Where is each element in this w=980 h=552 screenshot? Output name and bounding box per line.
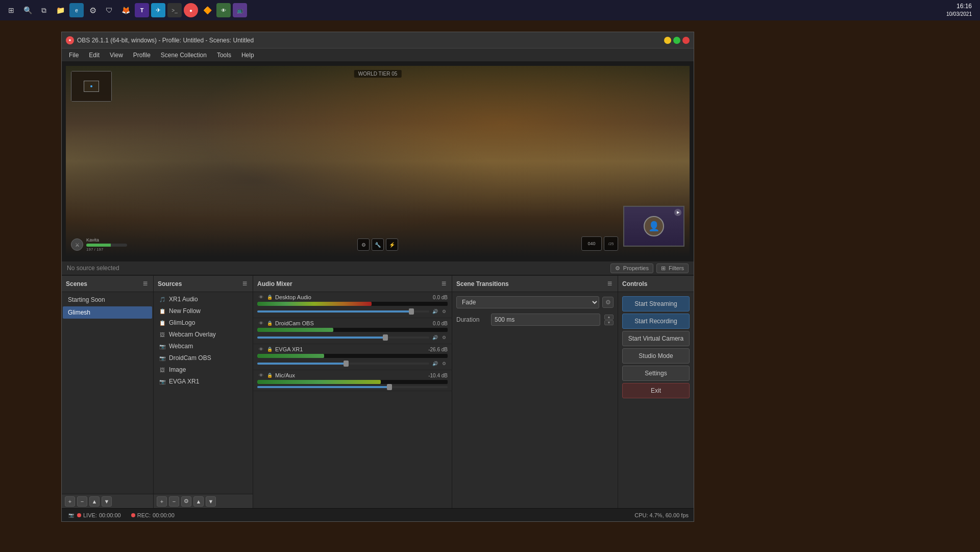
controls-panel: Controls Start Streaming Start Recording… <box>618 276 694 508</box>
menu-help[interactable]: Help <box>236 50 259 60</box>
menu-edit[interactable]: Edit <box>84 50 105 60</box>
task-view-icon[interactable]: ⧉ <box>37 3 51 17</box>
start-streaming-button[interactable]: Start Streaming <box>622 296 690 311</box>
move-scene-up-button[interactable]: ▲ <box>89 496 100 507</box>
menu-file[interactable]: File <box>64 50 84 60</box>
droidcam-slider[interactable] <box>383 334 388 341</box>
droidcam-settings-icon[interactable]: ⚙ <box>440 334 448 341</box>
start-icon[interactable]: ⊞ <box>4 3 18 17</box>
close-button[interactable]: ✕ <box>682 37 690 44</box>
audio-mixer-menu-icon[interactable]: ☰ <box>439 280 448 288</box>
app1-icon[interactable]: 👁 <box>216 3 231 17</box>
remove-scene-button[interactable]: − <box>77 496 87 507</box>
source-item-xr1-audio[interactable]: 🎵 XR1 Audio <box>155 294 252 305</box>
evga-lock-icon[interactable]: 🔒 <box>266 346 273 353</box>
camera-source-icon: 📷 <box>159 354 166 362</box>
droidcam-visibility-icon[interactable]: 👁 <box>257 320 264 327</box>
telegram-icon[interactable]: ✈ <box>151 3 165 17</box>
browser-source-icon: 📋 <box>159 307 166 315</box>
duration-down-button[interactable]: ▼ <box>604 320 614 325</box>
scenes-menu-icon[interactable]: ☰ <box>141 280 149 288</box>
move-source-up-button[interactable]: ▲ <box>193 496 204 507</box>
menu-bar: File Edit View Profile Scene Collection … <box>62 49 694 62</box>
gear-small-icon: ⚙ <box>615 265 620 271</box>
scene-item-starting-soon[interactable]: Starting Soon <box>63 294 152 306</box>
game-hud: WORLD TIER 05 <box>354 70 402 78</box>
mic-lock-icon[interactable]: 🔒 <box>266 372 273 379</box>
source-item-new-follow[interactable]: 📋 New Follow <box>155 305 252 317</box>
move-source-down-button[interactable]: ▼ <box>206 496 216 507</box>
desktop-audio-slider[interactable] <box>409 308 414 315</box>
source-item-evga-xr1[interactable]: 📷 EVGA XR1 <box>155 376 252 387</box>
transition-type-select[interactable]: Fade Cut Swipe <box>456 296 599 308</box>
evga-visibility-icon[interactable]: 👁 <box>257 346 264 353</box>
droidcam-lock-icon[interactable]: 🔒 <box>266 320 273 327</box>
minimize-button[interactable]: – <box>664 37 671 44</box>
transition-settings-button[interactable]: ⚙ <box>602 297 614 308</box>
evga-mute-icon[interactable]: 🔊 <box>431 360 438 367</box>
mic-audio-meter <box>257 380 448 384</box>
filter-icon: ⊞ <box>661 265 666 271</box>
file-explorer-icon[interactable]: 📁 <box>53 3 67 17</box>
source-item-glim-logo[interactable]: 📋 GlimLogo <box>155 317 252 328</box>
edge-icon[interactable]: e <box>69 3 84 17</box>
preview-area: WORLD TIER 05 👤 ▶ <box>62 62 694 261</box>
teams-icon[interactable]: T <box>135 3 149 17</box>
source-item-webcam-overlay[interactable]: 🖼 Webcam Overlay <box>155 329 252 340</box>
no-source-bar: No source selected ⚙ Properties ⊞ Filter… <box>62 261 694 275</box>
maximize-button[interactable]: □ <box>673 37 680 44</box>
filters-button[interactable]: ⊞ Filters <box>656 263 689 273</box>
settings-button[interactable]: Settings <box>622 366 690 381</box>
sources-menu-icon[interactable]: ☰ <box>240 280 249 288</box>
scene-item-glimesh[interactable]: Glimesh <box>63 306 152 319</box>
browser-source-icon2: 📋 <box>159 319 166 326</box>
menu-profile[interactable]: Profile <box>128 50 156 60</box>
move-scene-down-button[interactable]: ▼ <box>102 496 112 507</box>
source-item-webcam[interactable]: 📷 Webcam <box>155 341 252 352</box>
no-source-label: No source selected <box>67 265 119 272</box>
evga-settings-icon[interactable]: ⚙ <box>440 360 448 367</box>
source-item-droidcam-obs[interactable]: 📷 DroidCam OBS <box>155 352 252 364</box>
desktop-audio-lock-icon[interactable]: 🔒 <box>266 294 273 301</box>
audio-track-desktop: 👁 🔒 Desktop Audio 0.0 dB <box>253 292 452 318</box>
transition-select-row: Fade Cut Swipe ⚙ <box>452 293 618 311</box>
obs-taskbar-icon[interactable]: ● <box>184 3 198 17</box>
mic-slider[interactable] <box>387 384 392 390</box>
transitions-menu-icon[interactable]: ☰ <box>605 280 614 288</box>
menu-view[interactable]: View <box>105 50 128 60</box>
controls-header: Controls <box>618 276 694 292</box>
sources-panel: Sources ☰ 🎵 XR1 Audio 📋 New Follow 📋 Gli… <box>154 276 253 508</box>
image-source-icon: 🖼 <box>159 331 166 338</box>
studio-mode-button[interactable]: Studio Mode <box>622 348 690 364</box>
chrome-icon[interactable]: ⚙ <box>86 3 100 17</box>
exit-button[interactable]: Exit <box>622 383 690 398</box>
start-recording-button[interactable]: Start Recording <box>622 314 690 329</box>
defender-icon[interactable]: 🛡 <box>102 3 116 17</box>
sources-footer: + − ⚙ ▲ ▼ <box>154 494 253 508</box>
firefox-icon[interactable]: 🦊 <box>118 3 133 17</box>
terminal-icon[interactable]: >_ <box>167 3 182 17</box>
source-settings-button[interactable]: ⚙ <box>181 496 191 507</box>
desktop-audio-visibility-icon[interactable]: 👁 <box>257 294 264 301</box>
remove-source-button[interactable]: − <box>169 496 179 507</box>
evga-slider[interactable] <box>344 361 349 367</box>
droidcam-mute-icon[interactable]: 🔊 <box>431 334 438 341</box>
mic-visibility-icon[interactable]: 👁 <box>257 372 264 379</box>
search-icon[interactable]: 🔍 <box>20 3 35 17</box>
vlc-icon[interactable]: 🔶 <box>200 3 214 17</box>
add-source-button[interactable]: + <box>157 496 167 507</box>
start-virtual-camera-button[interactable]: Start Virtual Camera <box>622 331 690 346</box>
add-scene-button[interactable]: + <box>65 496 75 507</box>
live-icon: 📷 <box>67 511 75 519</box>
duration-input[interactable] <box>491 314 600 326</box>
app2-icon[interactable]: 📺 <box>233 3 247 17</box>
play-icon: ▶ <box>674 209 681 216</box>
duration-up-button[interactable]: ▲ <box>604 315 614 320</box>
menu-tools[interactable]: Tools <box>212 50 236 60</box>
scenes-footer: + − ▲ ▼ <box>62 494 153 508</box>
menu-scene-collection[interactable]: Scene Collection <box>156 50 212 60</box>
source-item-image[interactable]: 🖼 Image <box>155 364 252 375</box>
properties-button[interactable]: ⚙ Properties <box>610 263 653 273</box>
desktop-audio-mute-icon[interactable]: 🔊 <box>431 308 438 315</box>
desktop-audio-settings-icon[interactable]: ⚙ <box>440 308 448 315</box>
